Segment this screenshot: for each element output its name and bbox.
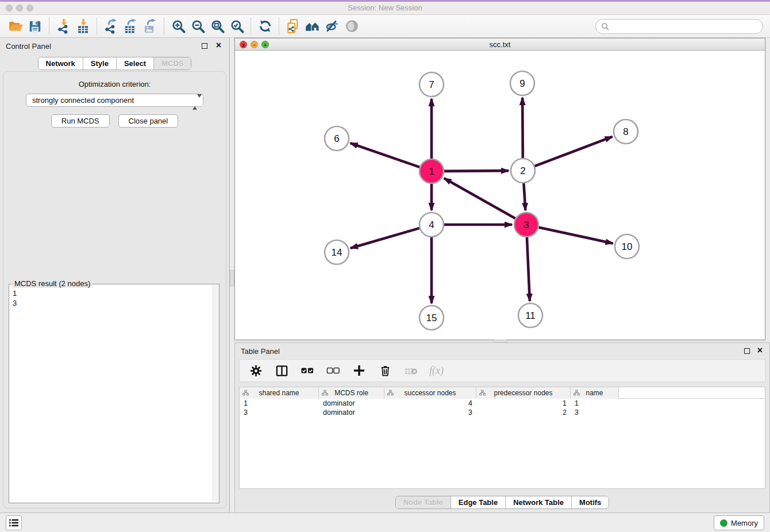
column-header-predecessor-nodes[interactable]: predecessor nodes	[476, 387, 571, 399]
svg-text:6: 6	[334, 133, 339, 144]
graph-node-7[interactable]: 7	[419, 72, 444, 97]
import-table-icon[interactable]	[73, 17, 93, 36]
close-panel-button[interactable]: Close panel	[118, 114, 179, 128]
node-table-body: 1dominator4113dominator323	[240, 399, 765, 417]
graph-node-14[interactable]: 14	[325, 240, 349, 264]
window-title: Session: New Session	[0, 3, 770, 12]
graph-node-10[interactable]: 10	[615, 234, 639, 259]
graph-edge-2-8[interactable]	[535, 137, 613, 166]
graph-node-3[interactable]: 3	[514, 213, 538, 237]
run-mcds-button[interactable]: Run MCDS	[51, 114, 110, 128]
graph-node-4[interactable]: 4	[419, 213, 444, 237]
tab-edge-table[interactable]: Edge Table	[451, 496, 505, 508]
svg-text:2: 2	[520, 165, 525, 176]
graph-node-15[interactable]: 15	[419, 306, 444, 330]
column-header-mcds-role[interactable]: MCDS role	[319, 387, 384, 399]
graph-edge-1-6[interactable]	[351, 143, 420, 167]
node-table[interactable]: shared nameMCDS rolesuccessor nodesprede…	[239, 387, 765, 489]
tab-select[interactable]: Select	[116, 57, 153, 70]
duplicate-network-icon[interactable]	[283, 17, 303, 36]
graph-node-8[interactable]: 8	[614, 119, 638, 144]
hide-style-icon[interactable]	[322, 17, 342, 36]
welcome-screen-icon[interactable]	[303, 17, 322, 36]
split-columns-icon[interactable]	[274, 363, 289, 378]
open-file-icon[interactable]	[6, 17, 25, 36]
close-panel-icon[interactable]: ×	[216, 40, 221, 51]
select-all-checkboxes-icon[interactable]	[300, 363, 315, 378]
table-cell[interactable]: 1	[476, 399, 571, 408]
table-toolbar: f(x)	[239, 359, 765, 382]
table-cell[interactable]: 3	[571, 408, 619, 417]
column-header-successor-nodes[interactable]: successor nodes	[384, 387, 476, 399]
vertical-splitter[interactable]	[230, 270, 234, 286]
tab-motifs[interactable]: Motifs	[571, 496, 609, 508]
network-graph-canvas[interactable]: 7968124314101511	[235, 51, 765, 340]
graph-edge-2-9[interactable]	[522, 98, 523, 158]
table-cell[interactable]: 4	[384, 399, 476, 408]
refresh-layout-icon[interactable]	[255, 17, 275, 36]
graph-node-9[interactable]: 9	[510, 71, 534, 95]
graph-node-11[interactable]: 11	[518, 303, 542, 327]
table-row[interactable]: 3dominator323	[240, 408, 765, 417]
graph-edge-3-10[interactable]	[538, 228, 613, 244]
zoom-selected-icon[interactable]	[227, 17, 247, 36]
zoom-in-icon[interactable]	[168, 17, 188, 36]
network-view-title: scc.txt	[235, 40, 765, 49]
table-cell[interactable]: dominator	[319, 399, 384, 408]
network-window-titlebar[interactable]: x – + scc.txt	[235, 38, 765, 51]
toolbar-separator	[164, 18, 164, 35]
svg-text:15: 15	[426, 313, 437, 323]
table-cell[interactable]: 2	[476, 408, 571, 417]
table-cell[interactable]: dominator	[319, 408, 384, 417]
float-panel-icon[interactable]	[202, 43, 207, 49]
mcds-result-text[interactable]: 13	[9, 286, 212, 503]
search-box[interactable]	[595, 19, 763, 34]
control-panel: Control Panel × NetworkStyleSelectMCDS O…	[0, 38, 230, 514]
toolbar-separator	[49, 18, 49, 35]
memory-button[interactable]: Memory	[714, 515, 764, 530]
column-header-shared-name[interactable]: shared name	[240, 387, 319, 399]
close-table-panel-icon[interactable]: ×	[757, 345, 763, 356]
table-cell[interactable]: 1	[240, 399, 319, 408]
table-cell[interactable]: 3	[240, 408, 319, 417]
deselect-all-checkboxes-icon[interactable]	[326, 363, 341, 378]
delete-table-icon[interactable]	[403, 363, 418, 378]
graph-node-1[interactable]: 1	[419, 159, 444, 183]
import-network-icon[interactable]	[53, 17, 73, 36]
window-titlebar: Session: New Session	[0, 2, 770, 15]
add-column-icon[interactable]	[352, 363, 367, 378]
graph-edge-2-3[interactable]	[523, 183, 525, 210]
tab-network[interactable]: Network	[38, 57, 83, 70]
table-cell[interactable]: 3	[384, 408, 476, 417]
graph-node-2[interactable]: 2	[511, 159, 535, 183]
tab-style[interactable]: Style	[83, 57, 116, 70]
zoom-fit-icon[interactable]	[207, 17, 227, 36]
tab-network-table[interactable]: Network Table	[505, 496, 571, 508]
table-row[interactable]: 1dominator411	[240, 399, 765, 408]
zoom-out-icon[interactable]	[188, 17, 207, 36]
save-session-icon[interactable]	[25, 17, 45, 36]
float-table-panel-icon[interactable]	[744, 348, 750, 354]
graphics-details-icon[interactable]	[342, 17, 361, 36]
column-header-name[interactable]: name	[571, 387, 619, 399]
result-scrollbar[interactable]	[213, 285, 219, 502]
graph-edge-3-1[interactable]	[444, 178, 515, 218]
application-window: Session: New Session	[0, 0, 770, 532]
graph-edge-4-14[interactable]	[351, 228, 419, 248]
graph-edge-3-11[interactable]	[527, 237, 530, 301]
tab-node-table[interactable]: Node Table	[396, 496, 451, 508]
criterion-dropdown[interactable]: strongly connected component	[26, 94, 203, 107]
mcds-result-box: MCDS result (2 nodes) 13	[9, 284, 220, 503]
search-input[interactable]	[613, 22, 756, 31]
export-image-icon[interactable]	[140, 17, 160, 36]
graph-edge-1-2[interactable]	[444, 171, 509, 171]
export-network-icon[interactable]	[101, 17, 121, 36]
function-builder-icon[interactable]: f(x)	[429, 365, 444, 377]
settings-gear-icon[interactable]	[248, 363, 263, 378]
table-cell[interactable]: 1	[571, 399, 619, 408]
export-table-icon[interactable]	[121, 17, 140, 36]
tab-mcds[interactable]: MCDS	[153, 57, 191, 70]
graph-node-6[interactable]: 6	[325, 126, 349, 151]
delete-column-icon[interactable]	[378, 363, 392, 378]
task-history-button[interactable]	[6, 515, 22, 530]
